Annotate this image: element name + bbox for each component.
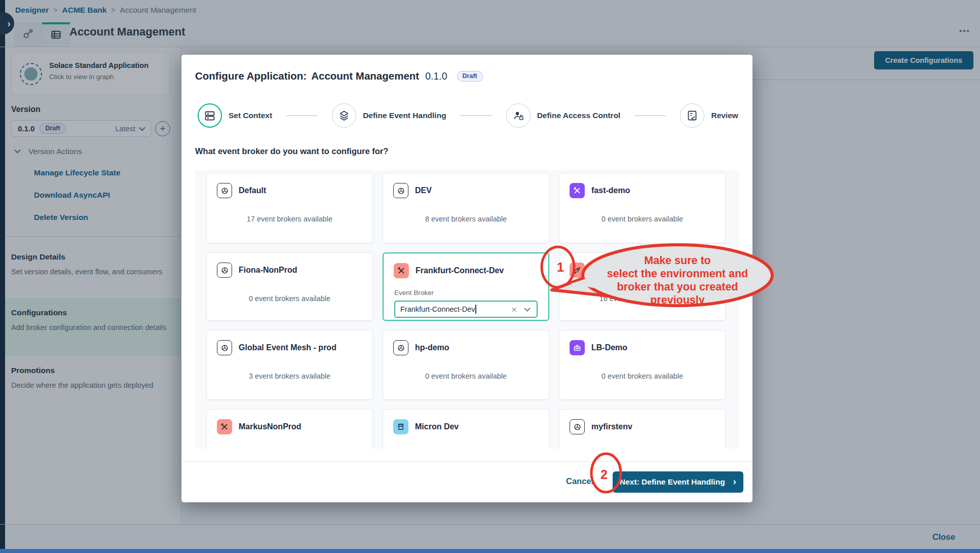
event-broker-label: Event Broker	[394, 289, 548, 297]
env-card-title: fast-demo	[591, 186, 630, 195]
env-card-broker-count: 16 event brokers available	[559, 294, 725, 303]
env-card-title: Fiona-NonProd	[239, 266, 297, 275]
storefront-icon	[393, 419, 408, 434]
step-review: Review	[680, 103, 738, 128]
env-card-micron-dev[interactable]: Micron Dev	[383, 409, 549, 449]
env-card-broker-count: 0 event brokers available	[383, 372, 549, 380]
step-connector	[286, 115, 318, 116]
env-card-default[interactable]: Default17 event brokers available	[206, 173, 373, 243]
environment-card-grid: Default17 event brokers availableDEV8 ev…	[195, 170, 739, 449]
modal-footer-divider	[181, 461, 752, 462]
configure-application-modal: Configure Application: Account Managemen…	[181, 55, 752, 502]
step-circle	[680, 103, 704, 128]
access-control-icon	[512, 109, 524, 122]
environment-icon	[217, 340, 232, 355]
modal-title-prefix: Configure Application:	[195, 70, 307, 82]
env-card-title: Default	[239, 186, 266, 195]
env-card-title: Micron Dev	[415, 422, 459, 431]
draft-badge: Draft	[457, 71, 483, 82]
app-screen: › Designer > ACME Bank > Account Managem…	[0, 0, 980, 553]
env-card-dev[interactable]: DEV8 event brokers available	[383, 173, 549, 243]
step-label: Review	[711, 111, 738, 120]
env-card-title: DEV	[415, 186, 432, 195]
event-broker-combobox[interactable]: Frankfurt-Connect-Dev×	[394, 301, 538, 318]
step-define-access-control: Define Access Control	[506, 103, 621, 128]
step-set-context: Set Context	[198, 103, 272, 128]
modal-title-app-name: Account Management	[311, 70, 419, 82]
env-card-lb-demo[interactable]: LB-Demo0 event brokers available	[559, 330, 726, 400]
env-card-broker-count: 0 event brokers available	[207, 294, 372, 303]
env-card-fiona-nonprod[interactable]: Fiona-NonProd0 event brokers available	[206, 252, 373, 321]
env-card-hp-demo[interactable]: hp-demo0 event brokers available	[383, 330, 549, 400]
env-card-title: LB-Demo	[591, 343, 627, 352]
env-card-fast-demo[interactable]: fast-demo0 event brokers available	[559, 173, 726, 243]
toolbox-icon	[570, 340, 585, 355]
chevron-down-icon[interactable]	[524, 305, 531, 312]
step-label: Set Context	[229, 111, 272, 120]
next-button-label: Next: Define Event Handling	[620, 477, 725, 487]
cancel-button[interactable]: Cancel	[566, 476, 593, 486]
clear-icon[interactable]: ×	[511, 305, 517, 314]
text-cursor	[475, 305, 476, 314]
wizard-stepper: Set ContextDefine Event HandlingDefine A…	[198, 101, 738, 130]
tools-icon	[217, 419, 232, 434]
rocket-icon	[570, 263, 585, 278]
layers-icon	[338, 109, 350, 122]
event-broker-value: Frankfurt-Connect-Dev	[400, 305, 475, 313]
step-connector	[634, 115, 666, 116]
env-card-markusnonprod[interactable]: MarkusNonProd	[206, 409, 373, 449]
env-card-broker-count: 8 event brokers available	[383, 215, 549, 223]
step-connector	[461, 115, 492, 116]
env-card-title: MarkusNonProd	[239, 422, 301, 431]
tools-icon	[570, 183, 585, 198]
env-card-broker-count: 0 event brokers available	[559, 372, 725, 380]
step-circle	[198, 103, 222, 128]
modal-title-version: 0.1.0	[425, 70, 447, 82]
environment-icon	[217, 183, 232, 198]
tools-icon	[394, 263, 409, 278]
env-card-broker-count: 17 event brokers available	[207, 215, 372, 223]
step-label: Define Event Handling	[363, 111, 446, 120]
review-icon	[686, 109, 698, 122]
environment-icon	[393, 340, 408, 355]
env-card-myfirstenv[interactable]: myfirstenv	[559, 409, 726, 449]
chevron-right-icon: ›	[733, 476, 736, 487]
environment-icon	[217, 263, 232, 278]
env-card-global-event-mesh-prod[interactable]: Global Event Mesh - prod3 event brokers …	[206, 330, 373, 400]
next-define-event-handling-button[interactable]: Next: Define Event Handling ›	[613, 471, 743, 493]
modal-title: Configure Application: Account Managemen…	[195, 70, 483, 82]
broker-question: What event broker do you want to configu…	[195, 146, 388, 156]
step-circle	[506, 103, 531, 128]
step-define-event-handling: Define Event Handling	[332, 103, 446, 128]
env-card-title: Global Event Mesh - prod	[239, 343, 336, 352]
env-card-broker-count: 0 event brokers available	[559, 215, 725, 223]
context-icon	[204, 109, 216, 122]
env-card-frankfurt-connect-dev[interactable]: Frankfurt-Connect-DevEvent BrokerFrankfu…	[383, 252, 549, 321]
step-circle	[332, 103, 356, 128]
env-card-hidden[interactable]: 16 event brokers available	[559, 252, 726, 321]
environment-icon	[570, 419, 585, 434]
env-card-title: hp-demo	[415, 343, 449, 352]
step-label: Define Access Control	[537, 111, 621, 120]
env-card-title: myfirstenv	[591, 422, 632, 431]
environment-icon	[393, 183, 408, 198]
env-card-broker-count: 3 event brokers available	[207, 372, 372, 380]
env-card-title: Frankfurt-Connect-Dev	[416, 266, 504, 275]
